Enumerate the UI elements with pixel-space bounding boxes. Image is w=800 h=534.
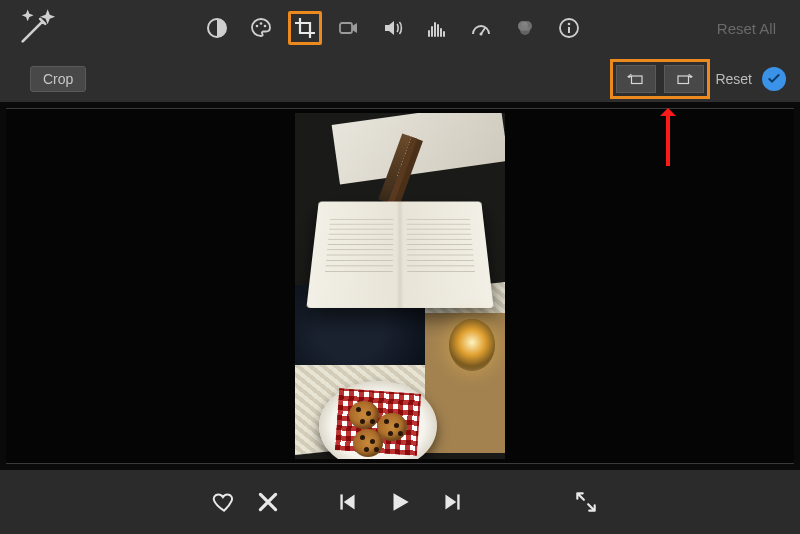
apply-button[interactable]: [762, 67, 786, 91]
fullscreen-group: [572, 488, 600, 516]
svg-rect-12: [632, 76, 643, 84]
video-camera-icon: [337, 16, 361, 40]
svg-point-10: [568, 23, 571, 26]
crop-subbar: Crop Reset: [0, 56, 800, 102]
preview-viewport[interactable]: [6, 108, 794, 464]
speedometer-icon: [469, 16, 493, 40]
svg-rect-11: [568, 27, 570, 33]
favorite-button[interactable]: [210, 488, 238, 516]
photo-candle: [449, 319, 495, 371]
video-camera-button[interactable]: [332, 11, 366, 45]
info-button[interactable]: [552, 11, 586, 45]
media-clip: [295, 113, 505, 459]
equalizer-button[interactable]: [420, 11, 454, 45]
color-filter-button[interactable]: [508, 11, 542, 45]
crop-button[interactable]: [288, 11, 322, 45]
checkmark-icon: [766, 71, 782, 87]
annotation-red-arrow: [666, 110, 670, 166]
fullscreen-button[interactable]: [572, 488, 600, 516]
svg-point-8: [520, 25, 530, 35]
next-frame-button[interactable]: [439, 488, 467, 516]
rotate-clockwise-icon: [673, 70, 695, 88]
rotate-counterclockwise-icon: [625, 70, 647, 88]
transport-group: [333, 485, 467, 519]
reset-crop-button[interactable]: Reset: [715, 71, 752, 87]
magic-wand-icon: [16, 8, 56, 48]
volume-icon: [381, 16, 405, 40]
play-icon: [387, 489, 413, 515]
rotate-ccw-button[interactable]: [616, 65, 656, 93]
contrast-button[interactable]: [200, 11, 234, 45]
photo-open-book: [306, 202, 493, 308]
magic-wand-button[interactable]: [16, 8, 56, 48]
x-icon: [255, 489, 281, 515]
svg-rect-4: [340, 23, 352, 33]
reject-button[interactable]: [254, 488, 282, 516]
prev-frame-button[interactable]: [333, 488, 361, 516]
svg-point-3: [264, 25, 267, 28]
fullscreen-icon: [573, 489, 599, 515]
photo-papers: [332, 113, 505, 185]
speed-button[interactable]: [464, 11, 498, 45]
heart-icon: [211, 489, 237, 515]
photo-cookie: [353, 429, 383, 457]
rotate-cw-button[interactable]: [664, 65, 704, 93]
reset-all-button[interactable]: Reset All: [717, 20, 776, 37]
svg-rect-13: [678, 76, 689, 84]
info-icon: [557, 16, 581, 40]
color-palette-button[interactable]: [244, 11, 278, 45]
playback-footer: [0, 470, 800, 534]
crop-icon: [293, 16, 317, 40]
play-button[interactable]: [383, 485, 417, 519]
crop-mode-button[interactable]: Crop: [30, 66, 86, 92]
palette-icon: [249, 16, 273, 40]
svg-point-2: [260, 22, 263, 25]
rotate-buttons-group: [610, 59, 710, 99]
svg-point-1: [256, 25, 259, 28]
volume-button[interactable]: [376, 11, 410, 45]
photo-cookie: [349, 401, 379, 429]
rating-group: [210, 488, 282, 516]
contrast-icon: [205, 16, 229, 40]
previous-frame-icon: [334, 489, 360, 515]
adjustments-toolbar: Reset All: [0, 0, 800, 56]
color-circles-icon: [513, 16, 537, 40]
svg-point-5: [480, 33, 483, 36]
tool-icons-row: [200, 0, 586, 56]
next-frame-icon: [440, 489, 466, 515]
equalizer-icon: [425, 16, 449, 40]
